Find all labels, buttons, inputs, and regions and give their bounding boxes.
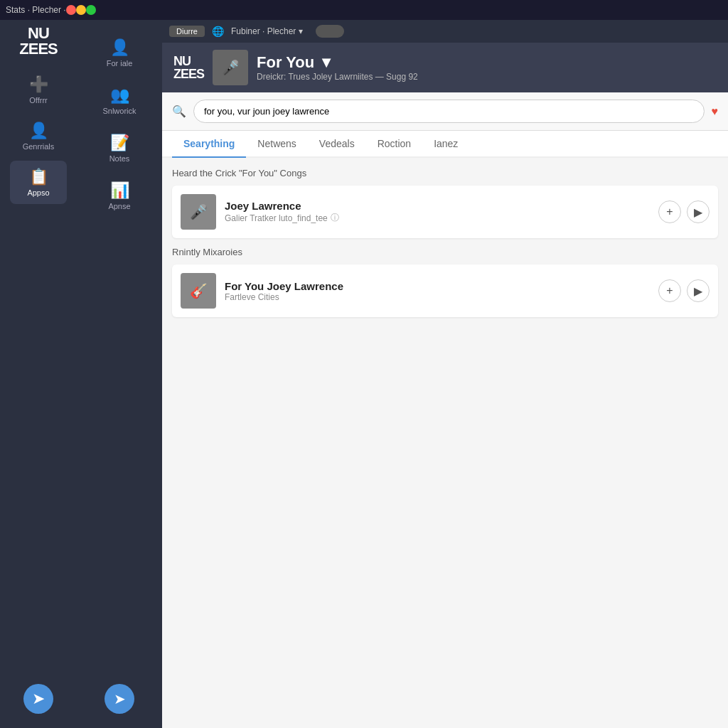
result-thumb-1: 🎤 (181, 194, 216, 230)
overlay-container: 👤 For iale 👥 Snlworick 📝 Notes 📊 Apnse ➤ (77, 150, 728, 728)
chart-icon: 📊 (110, 181, 129, 200)
result-card-1: 🎤 Joey Lawrence Galier Tratker luto_find… (172, 186, 718, 238)
sidebar: NU ZEES ➕ Offrrr 👤 Genrrials 📋 Appso ➤ (0, 20, 77, 728)
tab-vedeals[interactable]: Vedeals (308, 150, 366, 158)
close-button[interactable] (66, 5, 76, 15)
sidebar-item-offer[interactable]: ➕ Offrrr (10, 68, 67, 112)
tab-searything[interactable]: Searything (172, 150, 246, 158)
popup-navigate-icon: ➤ (114, 690, 126, 707)
sidebar-item-generals[interactable]: 👤 Genrrials (10, 114, 67, 158)
result-name-2: For You Joey Lawrence (225, 280, 650, 292)
add-button-1[interactable]: + (658, 200, 681, 223)
minimize-button[interactable] (76, 5, 86, 15)
popup-sidebar-item-apnse[interactable]: 📊 Apnse (87, 174, 151, 218)
result-actions-2: + ▶ (658, 279, 710, 302)
overlay-sidebar: 👤 For iale 👥 Snlworick 📝 Notes 📊 Apnse ➤ (77, 150, 162, 728)
maximize-button[interactable] (86, 5, 96, 15)
result-card-2: 🎸 For You Joey Lawrence Fartleve Cities … (172, 264, 718, 317)
popup-tabs: Searything Netwens Vedeals Roction Ianez (162, 150, 728, 158)
sidebar-navigate-button[interactable]: ➤ (23, 684, 53, 714)
popup-sidebar-item-notes[interactable]: 📝 Notes (87, 150, 151, 170)
result-name-1: Joey Lawrence (225, 200, 650, 212)
info-icon-1[interactable]: ⓘ (331, 212, 339, 224)
result-sub-1: Galier Tratker luto_find_tee ⓘ (225, 212, 650, 224)
result-info-2: For You Joey Lawrence Fartleve Cities (225, 280, 650, 302)
title-bar: Stats · Plecher · (0, 0, 728, 20)
popup-sidebar-label-notes: Notes (109, 154, 130, 163)
section-title-1: Heard the Crick "For You" Congs (172, 168, 718, 178)
sidebar-item-label: Appso (27, 188, 49, 197)
play-button-1[interactable]: ▶ (687, 200, 710, 223)
tab-roction[interactable]: Roction (366, 150, 422, 158)
popup-sidebar-navigate-button[interactable]: ➤ (105, 684, 134, 714)
title-bar-text: Stats · Plecher · (6, 5, 66, 15)
sidebar-item-apps[interactable]: 📋 Appso (10, 161, 67, 204)
result-sub-2: Fartleve Cities (225, 292, 650, 302)
popup-content: Heard the Crick "For You" Congs 🎤 Joey L… (162, 158, 728, 728)
user-icon: 👤 (29, 122, 48, 140)
section-title-2: Rnintly Mixaroies (172, 247, 718, 257)
sidebar-logo: NU ZEES (19, 26, 57, 57)
content-area: juen your fore... Ence Ca Oerlnes ann. T… (77, 150, 728, 728)
popup-sidebar-label-apnse: Apnse (108, 202, 130, 210)
tab-netwens[interactable]: Netwens (246, 150, 307, 158)
navigate-icon: ➤ (32, 690, 45, 708)
main-content: 🎵 Kabl Up ▼ Camold in Joley Lawrence — S… (77, 20, 728, 728)
plus-icon: ➕ (29, 75, 48, 94)
result-actions-1: + ▶ (658, 200, 710, 223)
tab-ianez[interactable]: Ianez (422, 150, 469, 158)
result-info-1: Joey Lawrence Galier Tratker luto_find_t… (225, 200, 650, 224)
sidebar-item-label: Offrrr (29, 96, 47, 105)
play-button-2[interactable]: ▶ (687, 279, 710, 302)
apps-icon: 📋 (29, 168, 48, 186)
result-thumb-2: 🎸 (181, 273, 216, 309)
sidebar-item-label: Genrrials (23, 142, 55, 151)
notes-icon: 📝 (110, 150, 129, 152)
overlay-main: Diurre 🌐 Fubiner · Plecher ▾ NU ZEES 🎤 F… (162, 150, 728, 728)
add-button-2[interactable]: + (658, 279, 681, 302)
